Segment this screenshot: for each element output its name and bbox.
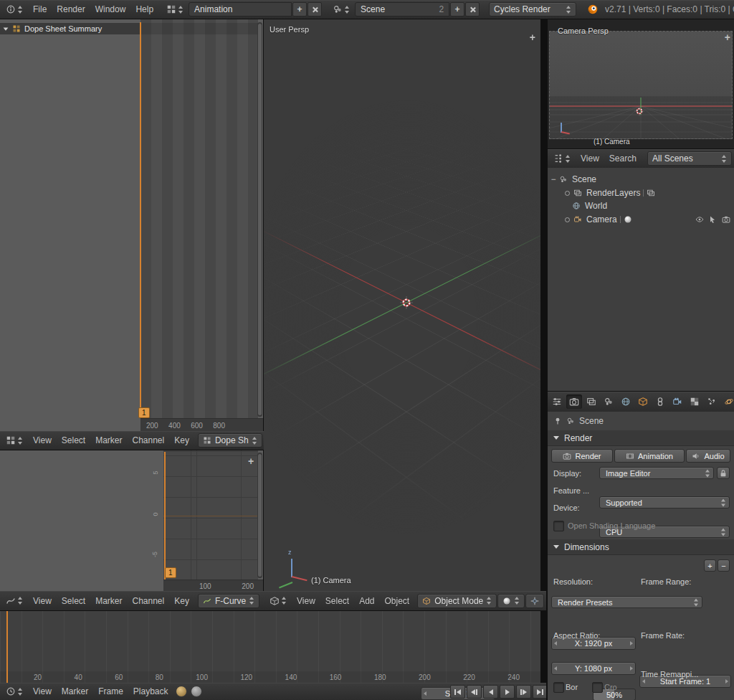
crop-checkbox[interactable] xyxy=(592,682,603,693)
menu-item[interactable]: Channel xyxy=(128,432,170,449)
viewport-3d[interactable]: User Persp + z (1) Camera xyxy=(264,19,540,591)
jump-to-start-button[interactable] xyxy=(450,685,465,699)
menu-item[interactable]: Help xyxy=(130,1,158,18)
menu-item[interactable]: Marker xyxy=(57,683,93,700)
next-keyframe-button[interactable] xyxy=(516,685,531,699)
auto-keyframe-record-button[interactable] xyxy=(176,686,187,697)
render-button[interactable]: Render xyxy=(551,449,613,463)
graph-scrollbar[interactable] xyxy=(257,453,262,578)
menu-item[interactable]: View xyxy=(576,150,604,167)
screen-layout-field[interactable]: Animation xyxy=(189,2,292,16)
scene-name-field[interactable]: Scene 2 xyxy=(355,2,449,16)
current-frame-line[interactable] xyxy=(6,611,8,683)
render-audio-button[interactable]: Audio xyxy=(686,449,730,463)
scrollbar-thumb[interactable] xyxy=(258,454,262,577)
dopesheet-key-region[interactable] xyxy=(140,19,258,418)
render-animation-button[interactable]: Animation xyxy=(614,449,685,463)
play-reverse-button[interactable] xyxy=(483,685,498,699)
manipulator-toggle[interactable] xyxy=(525,594,544,608)
dopesheet-frame-ruler[interactable]: 200400600800 xyxy=(140,418,263,431)
delete-scene-button[interactable] xyxy=(465,2,480,16)
outliner-row-camera[interactable]: Camera xyxy=(548,213,734,226)
graph-plot-region[interactable] xyxy=(163,450,258,580)
preset-add-button[interactable]: + xyxy=(704,559,716,572)
lock-interface-button[interactable] xyxy=(717,467,730,479)
hide-eye-icon[interactable] xyxy=(695,215,704,224)
outliner-filter-select[interactable]: All Scenes xyxy=(647,151,732,166)
tab-particles[interactable] xyxy=(704,394,720,409)
add-layout-button[interactable]: + xyxy=(292,2,307,16)
resolution-y-field[interactable]: Y: 1080 px xyxy=(551,662,636,675)
graph-frame-ruler[interactable]: 100200 xyxy=(163,580,263,591)
menu-item[interactable]: Frame xyxy=(93,683,128,700)
tab-constraints[interactable] xyxy=(652,394,668,409)
selectable-pointer-icon[interactable] xyxy=(708,215,717,224)
editor-type-button-info[interactable] xyxy=(3,4,26,15)
render-presets-select[interactable]: Render Presets xyxy=(551,596,702,608)
scrollbar-thumb[interactable] xyxy=(258,24,262,415)
dimensions-panel-header[interactable]: Dimensions xyxy=(548,539,734,555)
menu-item[interactable]: Channel xyxy=(128,592,170,610)
tab-object[interactable] xyxy=(635,394,651,409)
keyingset-lock-button[interactable] xyxy=(191,686,202,697)
menu-item[interactable]: View xyxy=(28,592,57,610)
menu-item[interactable]: View xyxy=(28,432,57,449)
outliner-item-label[interactable]: Camera xyxy=(586,214,617,224)
osl-checkbox[interactable] xyxy=(553,521,564,531)
tab-render-layers[interactable] xyxy=(583,394,599,409)
menu-item[interactable]: Window xyxy=(90,1,131,18)
menu-item[interactable]: Render xyxy=(52,1,90,18)
border-checkbox[interactable] xyxy=(553,682,564,693)
outliner-item-label[interactable]: World xyxy=(585,201,607,211)
menu-item[interactable]: Key xyxy=(169,592,194,610)
add-scene-button[interactable]: + xyxy=(450,2,464,16)
camera-data-icon[interactable] xyxy=(624,215,632,224)
graph-mode-select[interactable]: F-Curve xyxy=(198,594,259,608)
editor-type-button-graph[interactable] xyxy=(3,595,26,607)
timeline[interactable]: 20406080100120140160180200220240 xyxy=(0,611,540,683)
editor-type-button-viewport[interactable] xyxy=(267,595,290,607)
prev-keyframe-button[interactable] xyxy=(467,685,482,699)
display-select[interactable]: Image Editor xyxy=(599,467,714,479)
region-expand-plus-icon[interactable]: + xyxy=(248,456,254,466)
tab-render[interactable] xyxy=(566,394,582,409)
outliner-item-label[interactable]: RenderLayers xyxy=(586,188,640,198)
object-mode-select[interactable]: Object Mode xyxy=(417,594,497,608)
menu-item[interactable]: View xyxy=(292,592,320,610)
render-restrict-camera-icon[interactable] xyxy=(722,215,730,224)
tab-object-data[interactable] xyxy=(669,394,685,409)
scene-browse-button[interactable] xyxy=(330,4,353,15)
preset-remove-button[interactable]: − xyxy=(718,559,730,572)
editor-type-button-properties[interactable] xyxy=(550,396,563,407)
current-frame-line[interactable] xyxy=(164,452,166,580)
region-expand-plus-icon[interactable]: + xyxy=(725,32,730,42)
jump-to-end-button[interactable] xyxy=(533,685,546,699)
menu-item[interactable]: Search xyxy=(604,150,642,167)
menu-item[interactable]: Key xyxy=(169,432,194,449)
outliner-row-world[interactable]: World xyxy=(548,199,734,212)
menu-item[interactable]: View xyxy=(28,683,57,700)
tab-scene[interactable] xyxy=(601,394,616,409)
current-frame-badge[interactable]: 1 xyxy=(165,567,176,578)
collapse-minus-icon[interactable]: − xyxy=(548,174,559,184)
viewport-shading-select[interactable] xyxy=(497,594,525,608)
expand-triangle-icon[interactable] xyxy=(4,27,9,30)
play-button[interactable] xyxy=(500,685,515,699)
tab-world[interactable] xyxy=(618,394,634,409)
dopesheet-mode-select[interactable]: Dope Sh xyxy=(198,433,262,448)
menu-item[interactable]: Add xyxy=(354,592,379,610)
renderlayers-data-icon[interactable] xyxy=(647,189,655,197)
outliner-row-renderlayers[interactable]: RenderLayers xyxy=(548,186,734,199)
tab-texture[interactable] xyxy=(687,394,702,409)
menu-item[interactable]: Marker xyxy=(90,592,127,610)
screen-layout-browse-button[interactable] xyxy=(163,4,186,15)
current-frame-line[interactable] xyxy=(140,22,141,418)
menu-item[interactable]: Playback xyxy=(128,683,173,700)
outliner-row-scene[interactable]: − Scene xyxy=(548,173,734,186)
region-expand-plus-icon[interactable]: + xyxy=(530,32,535,42)
editor-type-button-outliner[interactable] xyxy=(550,153,573,164)
outliner-item-label[interactable]: Scene xyxy=(572,174,596,184)
menu-item[interactable]: Select xyxy=(57,592,90,610)
render-engine-select[interactable]: Cycles Render xyxy=(489,2,576,16)
render-panel-header[interactable]: Render xyxy=(548,430,734,446)
